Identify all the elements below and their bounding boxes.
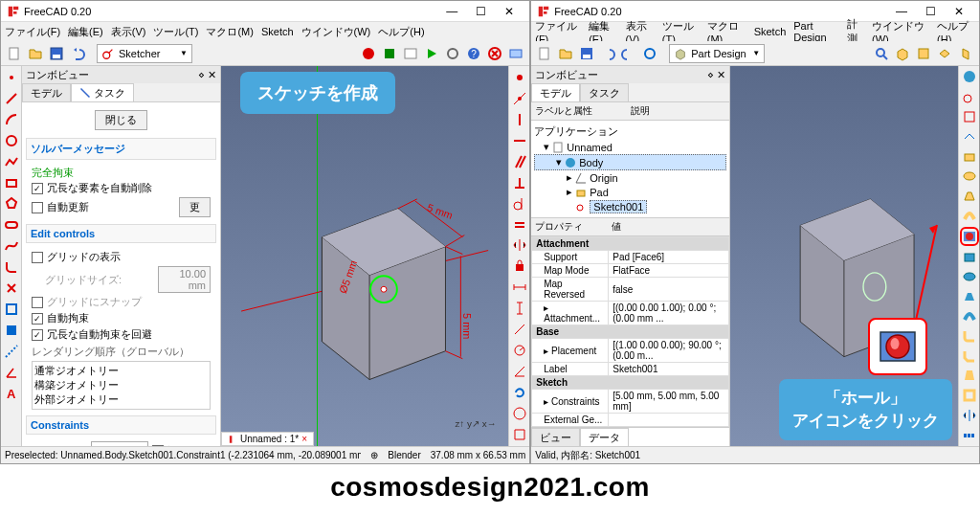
revolution-icon[interactable] [960,168,979,186]
polyline-icon[interactable] [2,152,21,171]
settings-icon[interactable] [443,44,462,63]
save-icon[interactable] [577,44,596,63]
external-icon[interactable] [2,300,21,319]
workbench-selector[interactable]: Sketcher [97,44,192,63]
macro-icon[interactable] [401,44,420,63]
trim-icon[interactable] [2,279,21,298]
prop-mapmode[interactable]: FlatFace [609,264,729,278]
symmetric-icon[interactable] [510,236,529,256]
open-icon[interactable] [26,44,45,63]
prop-support[interactable]: Pad [Face6] [609,251,729,264]
tab-data[interactable]: データ [580,428,629,446]
edit-sketch-icon[interactable] [960,107,979,125]
menu-macro[interactable]: マクロ(M) [206,25,254,39]
minimize-button[interactable]: — [887,2,916,21]
tab-model[interactable]: モデル [531,83,580,101]
redo-icon[interactable] [619,44,638,63]
linear-pattern-icon[interactable] [960,426,979,444]
bspline-icon[interactable] [2,236,21,256]
dim-radius-icon[interactable] [510,341,529,360]
new-icon[interactable] [5,44,24,63]
view-sketch-icon[interactable] [506,44,525,63]
tab-task[interactable]: タスク [71,83,134,101]
dim-h-icon[interactable] [510,278,529,297]
prop-placement[interactable]: [(1.00 0.00 0.00); 90.00 °; (0.00 m... [609,339,729,363]
point-icon[interactable] [2,68,21,87]
chk-autoupdate[interactable] [32,202,43,213]
tab-view[interactable]: ビュー [531,428,580,446]
menu-file[interactable]: ファイル(F) [5,25,60,39]
menu-tool[interactable]: ツール(T) [153,25,198,39]
pad-icon[interactable] [960,147,979,166]
close-button[interactable]: 閉じる [95,110,147,130]
pocket-icon[interactable] [960,248,979,266]
viewport-left[interactable]: 5 mm 5 mm Ø5 mm z↑ y↗ x→ スケッチを作成 Unnamed… [221,66,508,446]
viewport-right[interactable]: 「ホール」 アイコンをクリック [730,66,958,446]
fillet-icon[interactable] [2,258,21,277]
new-sketch-icon[interactable] [960,88,979,106]
fillet-icon[interactable] [960,327,979,346]
menu-sketch[interactable]: Sketch [261,26,294,37]
menu-help[interactable]: ヘルプ(H) [378,25,424,39]
nav-style[interactable]: Blender [388,450,420,460]
panel-close-icon[interactable]: ⋄ ✕ [198,69,216,81]
geo-construction[interactable]: 構築ジオメトリー [34,378,208,392]
leave-sketch-icon[interactable] [485,44,504,63]
prop-label[interactable]: Sketch001 [609,363,729,376]
body-icon[interactable] [960,68,979,86]
iso-icon[interactable] [893,44,912,63]
loft-icon[interactable] [960,187,979,205]
prop-extgeo[interactable] [609,414,729,427]
play-icon[interactable] [422,44,441,63]
chamfer-icon[interactable] [960,347,979,365]
new-icon[interactable] [535,44,554,63]
subloft-icon[interactable] [960,287,979,305]
update-button[interactable]: 更 [179,197,211,217]
menu-sketch[interactable]: Sketch [754,26,787,37]
dim-v-icon[interactable] [510,299,529,318]
tree-origin[interactable]: ▸ Origin [534,170,726,185]
dim-dist-icon[interactable] [510,320,529,339]
tree-pad[interactable]: ▸ Pad [534,185,726,199]
draft-icon[interactable] [960,367,979,385]
sweep-icon[interactable] [960,207,979,225]
circle-icon[interactable] [2,131,21,150]
undo-icon[interactable] [68,44,87,63]
map-sketch-icon[interactable] [960,127,979,146]
prop-constraints[interactable]: [5.00 mm, 5.00 mm, 5.00 mm] [609,390,729,414]
chk-avoid[interactable]: ✓ [32,329,43,341]
maximize-button[interactable]: ☐ [466,2,495,21]
grid-size-input[interactable]: 10.00 mm [158,266,211,293]
chk-autoconst[interactable]: ✓ [32,313,43,325]
close-button[interactable]: ✕ [945,2,973,21]
workbench-selector[interactable]: Part Design [669,44,765,63]
refresh-icon[interactable] [510,383,529,402]
internal-align-icon[interactable] [510,425,529,444]
vertical-icon[interactable] [510,110,529,129]
front-icon[interactable] [914,44,933,63]
slot-icon[interactable] [2,215,21,235]
whatsthis-icon[interactable]: ? [464,44,483,63]
stop-icon[interactable] [380,44,399,63]
point-on-icon[interactable] [510,89,529,108]
menu-window[interactable]: ウインドウ(W) [301,25,371,39]
carbon-icon[interactable] [2,321,21,340]
equal-icon[interactable] [510,215,529,235]
right-icon[interactable] [956,44,975,63]
close-button[interactable]: ✕ [495,2,523,21]
record-icon[interactable] [359,44,378,63]
chk-gridsnap[interactable] [32,297,43,308]
tree-sketch001[interactable]: Sketch001 [534,199,726,214]
panel-close-icon[interactable]: ⋄ ✕ [707,69,725,81]
geo-external[interactable]: 外部ジオメトリー [34,392,208,407]
maximize-button[interactable]: ☐ [916,2,945,21]
arc-icon[interactable] [2,110,21,129]
tab-model[interactable]: モデル [22,83,71,101]
top-icon[interactable] [935,44,954,63]
menu-view[interactable]: 表示(V) [111,25,146,39]
horizontal-icon[interactable] [510,131,529,150]
angle-icon[interactable] [2,363,21,382]
prop-mapreversed[interactable]: false [609,278,729,302]
tangent-icon[interactable] [510,194,529,213]
minimize-button[interactable]: — [437,2,466,21]
